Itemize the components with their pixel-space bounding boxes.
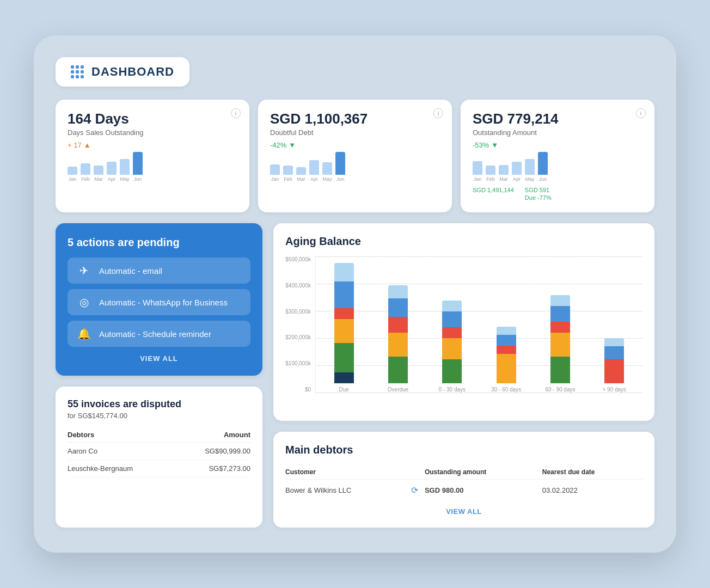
mini-bar: [486, 166, 495, 175]
mini-bar-group: May: [322, 162, 332, 182]
bar-segment: [334, 281, 354, 308]
action-item-whatsapp[interactable]: ◎ Automatic - WhatsApp for Business: [68, 289, 250, 315]
stacked-bar: [550, 295, 570, 383]
bar-segment: [550, 322, 570, 333]
y-axis-label: $0: [305, 387, 311, 393]
mini-bar-label: Apr: [310, 176, 318, 182]
mini-bar: [68, 167, 77, 175]
bar-segment: [550, 295, 570, 306]
aging-title: Aging Balance: [285, 235, 642, 248]
stat-card-dd: i SGD 1,100,367 Doubtful Debt -42% JanFe…: [258, 100, 452, 212]
info-icon-dd[interactable]: i: [433, 108, 443, 118]
debtor-amount: SG$7,273.00: [175, 460, 250, 477]
chart-bars-area: DueOverdue0 - 30 days30 - 60 days60 - 90…: [315, 256, 642, 393]
bar-x-label: > 90 days: [602, 387, 626, 393]
arrow-up-icon: [84, 141, 91, 149]
mini-bar-group: Apr: [309, 160, 319, 182]
stacked-bar: [334, 263, 354, 383]
outstanding-amount: SGD 980.00: [425, 480, 542, 501]
mini-chart-dso: JanFebMarAprMayJun: [68, 155, 237, 182]
actions-card: 5 actions are pending ✈ Automatic - emai…: [56, 223, 262, 376]
bar-segment: [334, 372, 354, 383]
dashboard-title: DASHBOARD: [91, 65, 174, 79]
debtors-card: Main debtors Customer Oustanding amount …: [273, 432, 654, 528]
mini-bar-label: Mar: [499, 176, 508, 182]
mini-chart-oa: JanFebMarAprMayJun: [473, 155, 642, 182]
mini-chart-dd: JanFebMarAprMayJun: [270, 155, 440, 182]
info-icon-dso[interactable]: i: [231, 108, 241, 118]
action-item-email[interactable]: ✈ Automatic - email: [68, 258, 250, 284]
sync-icon-cell: ⟳: [411, 480, 425, 501]
mini-bar-group: Mar: [499, 165, 509, 182]
left-column: 5 actions are pending ✈ Automatic - emai…: [56, 223, 262, 528]
bar-segment: [604, 359, 624, 383]
stat-card-oa: i SGD 779,214 Outstanding Amount -53% Ja…: [461, 100, 654, 212]
change-value-dd: -42%: [270, 141, 286, 149]
bar-segment: [388, 317, 408, 333]
grid-line: [315, 393, 642, 393]
stat-change-oa: -53%: [473, 141, 642, 149]
action-label-reminder: Automatic - Schedule reminder: [99, 329, 211, 339]
bar-segment: [388, 357, 408, 383]
mini-bar-label: Feb: [486, 176, 495, 182]
stat-sub-oa: SGD 1,491,144 SGD 591 Due -77%: [473, 186, 642, 201]
sub-item-1: SGD 1,491,144: [473, 186, 514, 201]
bar-segment: [497, 346, 516, 354]
action-item-reminder[interactable]: 🔔 Automatic - Schedule reminder: [68, 321, 250, 347]
view-all-debtors-button[interactable]: VIEW ALL: [285, 507, 642, 516]
bar-group: 0 - 30 days: [430, 256, 475, 393]
mini-bar-group: Apr: [107, 162, 117, 182]
actions-title: 5 actions are pending: [68, 236, 250, 249]
info-icon-oa[interactable]: i: [636, 108, 646, 118]
disputed-table-row: Aaron Co SG$90,999.00: [68, 443, 250, 460]
whatsapp-action-icon: ◎: [76, 296, 91, 309]
bar-x-label: 60 - 90 days: [545, 387, 575, 393]
y-axis: $500,000k$400,000k$300,000k$200,000k$100…: [285, 256, 315, 393]
bar-segment: [550, 306, 570, 322]
bar-segment: [550, 333, 570, 357]
mini-bar-label: Jun: [539, 176, 547, 182]
dashboard-header: DASHBOARD: [56, 57, 189, 87]
stat-value-oa: SGD 779,214: [473, 111, 642, 127]
col-due: Nearest due date: [542, 465, 642, 480]
col-customer: Customer: [285, 465, 411, 480]
mini-bar-group: Jan: [68, 167, 77, 182]
mini-bar: [107, 162, 117, 175]
view-all-actions-button[interactable]: VIEW ALL: [68, 354, 250, 363]
mini-bar: [296, 167, 306, 175]
debtor-amount: SG$90,999.00: [175, 443, 250, 460]
bar-x-label: Due: [339, 387, 348, 393]
disputed-title: 55 invoices are disputed: [68, 399, 250, 410]
mini-bar: [94, 166, 103, 175]
bar-segment: [388, 333, 408, 357]
debtors-title: Main debtors: [285, 444, 642, 456]
sub-item-2: SGD 591 Due -77%: [525, 186, 552, 201]
main-layout: i 164 Days Days Sales Outstanding + 17 J…: [56, 100, 654, 528]
stacked-bar: [388, 285, 408, 383]
bar-segment: [604, 338, 624, 346]
bar-x-label: 30 - 60 days: [491, 387, 521, 393]
mini-bar: [270, 164, 280, 175]
mini-bar-group: Feb: [81, 163, 90, 182]
mini-bar: [309, 160, 319, 175]
mini-bar: [538, 152, 548, 175]
bar-segment: [442, 338, 462, 359]
bar-x-label: 0 - 30 days: [439, 387, 466, 393]
action-label-whatsapp: Automatic - WhatsApp for Business: [99, 298, 228, 307]
app-container: DASHBOARD i 164 Days Days Sales Outstand…: [34, 35, 676, 553]
stats-row: i 164 Days Days Sales Outstanding + 17 J…: [56, 100, 654, 212]
mini-bar-group: Feb: [486, 166, 495, 182]
mini-bar: [525, 159, 535, 175]
mini-bar: [120, 159, 130, 175]
y-axis-label: $500,000k: [285, 256, 311, 262]
mini-bar: [473, 161, 482, 175]
bar-group: Overdue: [375, 256, 420, 393]
bar-segment: [334, 308, 354, 319]
y-axis-label: $100,000k: [285, 360, 311, 366]
bar-segment: [497, 327, 516, 335]
mini-bar-group: Feb: [283, 166, 293, 182]
mini-bar-group: Jun: [335, 152, 345, 182]
disputed-subtitle: for SG$145,774.00: [68, 412, 250, 420]
mini-bar-label: May: [322, 176, 332, 182]
bar-group: > 90 days: [592, 256, 637, 393]
